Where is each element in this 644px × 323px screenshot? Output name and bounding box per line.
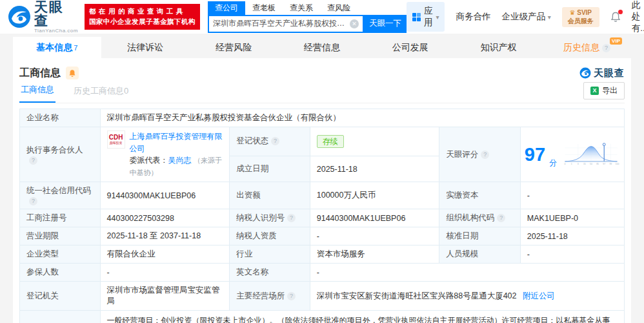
tab-company-development[interactable]: 公司发展 bbox=[366, 37, 454, 58]
bell-icon bbox=[68, 69, 76, 78]
insured-label: 参保人数 bbox=[20, 264, 101, 282]
svg-text:99: 99 bbox=[609, 163, 612, 165]
table-row: 经营范围? 一般经营项目：创业投资（限投资未上市企业）。（除依法须经批准的项目外… bbox=[20, 311, 625, 323]
tab-operating-info[interactable]: 经营信息 bbox=[278, 37, 367, 58]
company-type-value: 有限合伙企业 bbox=[100, 245, 230, 264]
search-input[interactable] bbox=[213, 19, 350, 28]
export-label: 导出 bbox=[602, 85, 618, 96]
insured-value: - bbox=[100, 264, 230, 282]
top-header: 天眼查 TianYanCha.com 都在用的商业查询工具 国家中小企业发展子基… bbox=[0, 0, 644, 34]
export-button[interactable]: X 导出 bbox=[583, 82, 625, 99]
company-name-label: 企业名称 bbox=[20, 109, 101, 127]
address-text: 深圳市宝安区新安街道海旺社区宝兴路88号星通大厦402 bbox=[317, 291, 517, 300]
reg-number-label: 工商注册号 bbox=[20, 209, 101, 227]
tab-intellectual-property[interactable]: 知识产权 bbox=[454, 37, 543, 58]
partner-company-logo: CDH 鼎晖投资 bbox=[107, 130, 125, 149]
table-row: 企业类型 有限合伙企业 行业 资本市场服务 人员规模 - bbox=[20, 245, 625, 264]
top-menu: 应用 ▾ 商务合作 企业级产品 ▾ ♛ SVIP 会员服务 此处有... ▾ bbox=[407, 0, 644, 34]
credit-code-label: 统一社会信用代码? bbox=[20, 182, 101, 209]
approval-date-label: 核准日期 bbox=[439, 227, 521, 245]
reg-number-value: 440300227503298 bbox=[100, 209, 230, 227]
business-info-table: 企业名称 深圳市鼎晖百孚空天产业私募股权投资基金合伙企业（有限合伙） 执行事务合… bbox=[19, 109, 625, 323]
approval-date-value: 2025-11-18 bbox=[520, 227, 624, 245]
tab-basic-info[interactable]: 基本信息7 bbox=[13, 37, 101, 58]
svip-member-badge[interactable]: ♛ SVIP 会员服务 bbox=[562, 7, 599, 27]
svg-text:3: 3 bbox=[578, 163, 579, 165]
nearby-companies-link[interactable]: 附近公司 bbox=[523, 291, 555, 300]
svg-text:1: 1 bbox=[571, 163, 572, 165]
partner-value: CDH 鼎晖投资 上海鼎晖百孚投资管理有限公司 委派代表：吴尚志 （来源于中基协… bbox=[100, 127, 230, 182]
address-value: 深圳市宝安区新安街道海旺社区宝兴路88号星通大厦402 附近公司 bbox=[310, 282, 624, 311]
slogan-badge: 都在用的商业查询工具 国家中小企业发展子基金旗下机构 bbox=[85, 4, 200, 30]
svip-sub-label: 会员服务 bbox=[568, 17, 594, 26]
credit-code-value: 91440300MAK1UEBP06 bbox=[100, 182, 230, 209]
tab-count: 7 bbox=[74, 44, 77, 52]
tab-legal[interactable]: 法律诉讼 bbox=[101, 37, 190, 58]
taxpayer-id-value: 91440300MAK1UEBP06 bbox=[310, 209, 439, 227]
search-tab-risk[interactable]: 查风险 bbox=[320, 1, 357, 15]
notification-bell[interactable] bbox=[610, 12, 621, 23]
subtab-history-business-info[interactable]: 历史工商信息0 bbox=[72, 85, 130, 103]
search-tab-company[interactable]: 查公司 bbox=[208, 1, 245, 15]
svg-text:97: 97 bbox=[603, 163, 605, 165]
industry-value: 资本市场服务 bbox=[310, 245, 439, 264]
apps-label: 应用 bbox=[424, 5, 433, 28]
status-value: 存续 bbox=[310, 127, 439, 156]
registration-authority-value: 深圳市市场监督管理局宝安监管局 bbox=[100, 282, 230, 311]
menu-cooperation[interactable]: 商务合作 bbox=[456, 11, 490, 23]
company-name-value: 深圳市鼎晖百孚空天产业私募股权投资基金合伙企业（有限合伙） bbox=[100, 109, 624, 127]
search-button[interactable]: 天眼一下 bbox=[364, 15, 407, 33]
help-icon[interactable]: ? bbox=[287, 214, 296, 222]
partner-label: 执行事务合伙人? bbox=[20, 127, 101, 182]
rep-label: 委派代表： bbox=[130, 156, 168, 165]
label-text: 执行事务合伙人 bbox=[26, 145, 83, 154]
establish-date-value: 2025-11-18 bbox=[310, 156, 439, 182]
help-icon[interactable]: ? bbox=[29, 197, 37, 205]
help-icon[interactable]: ? bbox=[29, 156, 37, 165]
partner-company-link[interactable]: 上海鼎晖百孚投资管理有限公司 bbox=[130, 132, 223, 153]
crown-icon: ♛ bbox=[569, 9, 575, 16]
staff-size-value: - bbox=[520, 245, 624, 264]
chevron-down-icon: ▾ bbox=[548, 14, 551, 21]
score-number: 97 bbox=[525, 145, 545, 164]
apps-menu[interactable]: 应用 ▾ bbox=[407, 2, 445, 32]
user-menu[interactable]: 此处有... ▾ bbox=[632, 0, 644, 34]
tianyancha-eye-icon bbox=[579, 67, 591, 79]
capital-value: 100000万人民币 bbox=[310, 182, 439, 209]
monitor-bell-button[interactable] bbox=[66, 67, 79, 79]
label-text: 纳税人识别号 bbox=[236, 213, 285, 222]
notification-dot bbox=[618, 10, 623, 14]
rep-name-link[interactable]: 吴尚志 bbox=[168, 156, 192, 165]
english-name-label: 英文名称 bbox=[230, 264, 310, 282]
svg-text:85: 85 bbox=[596, 163, 599, 165]
label-text: 天眼评分 bbox=[446, 150, 478, 159]
search-tab-boss[interactable]: 查老板 bbox=[245, 1, 283, 15]
help-icon[interactable]: ? bbox=[287, 292, 296, 300]
status-label: 登记状态? bbox=[230, 127, 310, 156]
help-icon[interactable]: ? bbox=[602, 44, 610, 52]
tab-operating-risk[interactable]: 经营风险 bbox=[190, 37, 278, 58]
scope-text: 一般经营项目：创业投资（限投资未上市企业）。（除依法须经批准的项目外，凭营业执照… bbox=[107, 314, 618, 323]
help-icon[interactable]: ? bbox=[481, 151, 489, 159]
help-icon[interactable]: ? bbox=[497, 214, 505, 222]
tab-label: 法律诉讼 bbox=[127, 42, 163, 52]
table-row: 营业期限 2025-11-18 至 2037-11-18 纳税人资质 - 核准日… bbox=[20, 227, 625, 245]
slogan-line1: 都在用的商业查询工具 bbox=[89, 6, 196, 17]
logo-text: CDH bbox=[108, 134, 125, 141]
taxpayer-quality-label: 纳税人资质 bbox=[230, 227, 310, 245]
paid-capital-value: - bbox=[520, 182, 624, 209]
tab-history-info[interactable]: 历史信息? VIP bbox=[543, 37, 631, 58]
tianyancha-eye-icon bbox=[8, 5, 31, 28]
brand-name: 天眼查 bbox=[34, 0, 78, 27]
watermark-text: 天眼查 bbox=[594, 67, 625, 79]
business-info-card: 工商信息 天眼查 工商信息 历史工商信息0 X 导出 bbox=[13, 58, 631, 323]
clear-icon[interactable]: ✕ bbox=[350, 19, 359, 28]
subtab-business-info[interactable]: 工商信息 bbox=[19, 84, 55, 103]
help-icon[interactable]: ? bbox=[271, 137, 279, 145]
subtab-count: 0 bbox=[124, 86, 128, 96]
tianyancha-logo[interactable]: 天眼查 TianYanCha.com bbox=[8, 0, 78, 34]
tab-label: 基本信息 bbox=[36, 42, 72, 52]
slogan-line2: 国家中小企业发展子基金旗下机构 bbox=[89, 17, 196, 27]
menu-enterprise[interactable]: 企业级产品 ▾ bbox=[501, 11, 550, 23]
search-tab-relation[interactable]: 查关系 bbox=[283, 1, 320, 15]
